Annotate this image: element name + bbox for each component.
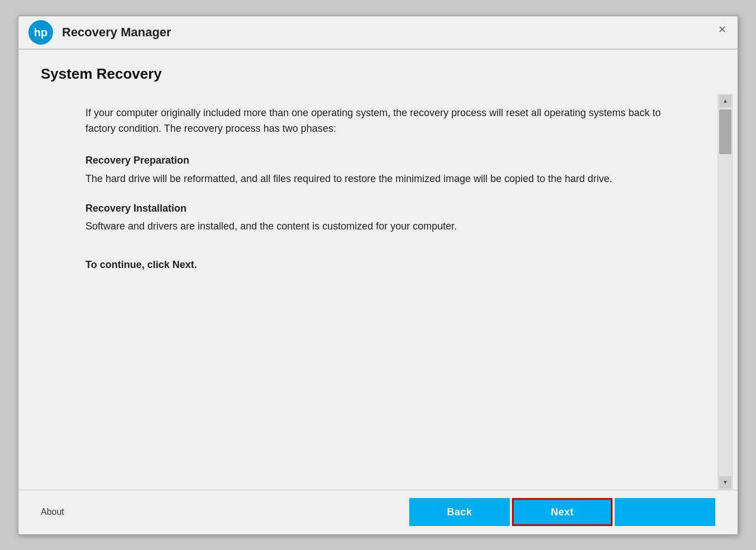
content-area: System Recovery If your computer origina…: [18, 50, 738, 490]
main-body: If your computer originally included mor…: [18, 94, 738, 490]
scroll-content: If your computer originally included mor…: [18, 94, 717, 490]
footer-buttons: Back Next: [409, 498, 715, 526]
footer: About Back Next: [18, 490, 738, 534]
hp-logo: hp: [27, 19, 54, 46]
scrollbar-track: ▲ ▼: [717, 94, 733, 490]
page-title: System Recovery: [18, 50, 738, 94]
title-bar: hp Recovery Manager ✕: [18, 16, 738, 50]
scrollbar-down-icon: ▼: [722, 479, 728, 485]
phase1-title: Recovery Preparation: [85, 152, 684, 169]
back-button[interactable]: Back: [409, 498, 510, 526]
phase1-desc: The hard drive will be reformatted, and …: [85, 171, 684, 187]
main-window: hp Recovery Manager ✕ System Recovery If…: [18, 16, 738, 535]
scrollbar-up-icon: ▲: [722, 98, 728, 104]
scrollbar-thumb[interactable]: [719, 109, 731, 154]
continue-text: To continue, click Next.: [85, 257, 684, 273]
phase2-desc: Software and drivers are installed, and …: [85, 218, 684, 235]
phase2-title: Recovery Installation: [85, 200, 684, 217]
svg-text:hp: hp: [34, 26, 47, 39]
intro-paragraph: If your computer originally included mor…: [85, 105, 684, 137]
extra-button[interactable]: [615, 498, 715, 526]
close-button[interactable]: ✕: [715, 23, 729, 36]
scrollbar-up-button[interactable]: ▲: [719, 95, 731, 107]
scrollbar-down-button[interactable]: ▼: [719, 476, 731, 489]
next-button[interactable]: Next: [512, 498, 613, 526]
about-label: About: [41, 507, 64, 517]
window-title: Recovery Manager: [62, 25, 171, 40]
